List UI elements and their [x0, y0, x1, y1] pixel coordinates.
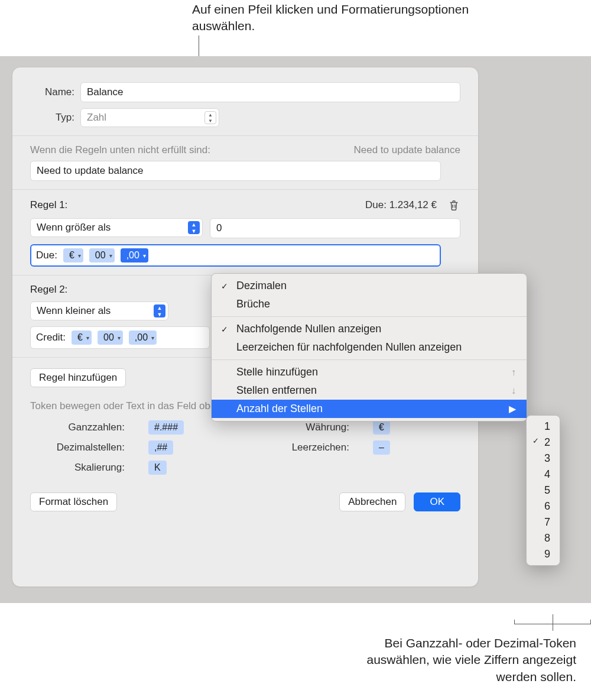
- rule2-token-row[interactable]: Credit: €▾ 00▾ ,00▾: [30, 326, 210, 349]
- menu-trailing-zeros[interactable]: ✓ Nachfolgende Nullen anzeigen: [212, 320, 527, 338]
- condition-header: Wenn die Regeln unten nicht erfüllt sind…: [30, 144, 460, 156]
- menu-separator: [212, 316, 527, 317]
- menu-remove-digit[interactable]: Stellen entfernen ↓: [212, 381, 527, 400]
- digits-5[interactable]: 5: [527, 482, 560, 498]
- digits-9[interactable]: 9: [527, 546, 560, 562]
- rule1-title: Regel 1:: [30, 199, 67, 211]
- name-label: Name:: [30, 86, 80, 98]
- annotation-top: Auf einen Pfeil klicken und Formatierung…: [192, 1, 488, 35]
- check-icon: ✓: [221, 325, 228, 334]
- integers-label: Ganzzahlen:: [30, 422, 125, 433]
- menu-spaces-trailing[interactable]: Leerzeichen für nachfolgenden Nullen anz…: [212, 338, 527, 357]
- type-label: Typ:: [30, 112, 80, 124]
- trash-icon[interactable]: [447, 198, 460, 212]
- currency-token[interactable]: €: [373, 420, 390, 435]
- rule1-token-label: Due:: [36, 249, 57, 261]
- ok-button[interactable]: OK: [414, 492, 460, 511]
- type-value: Zahl: [87, 112, 106, 124]
- rule1-value-input[interactable]: [210, 218, 460, 238]
- rule1-preview: Due: 1.234,12 €: [365, 199, 437, 211]
- integer-token[interactable]: 00▾: [98, 330, 123, 345]
- divider: [12, 189, 478, 190]
- integer-token[interactable]: 00▾: [89, 248, 115, 262]
- digits-7[interactable]: 7: [527, 514, 560, 530]
- currency-token[interactable]: €▾: [63, 248, 83, 262]
- footer: Format löschen Abbrechen OK: [30, 492, 460, 511]
- scale-token[interactable]: K: [148, 461, 167, 475]
- arrow-down-icon: ↓: [511, 385, 516, 396]
- space-label: Leerzeichen:: [243, 442, 349, 453]
- menu-num-digits[interactable]: Anzahl der Stellen ▶: [212, 400, 527, 418]
- digits-2[interactable]: ✓2: [527, 435, 560, 451]
- rule2-op-value: Wenn kleiner als: [37, 305, 111, 317]
- stepper-icon: ▲▼: [204, 111, 216, 124]
- name-input[interactable]: [80, 82, 460, 102]
- scale-label: Skalierung:: [30, 462, 125, 474]
- stepper-blue-icon: ▲▼: [188, 221, 200, 234]
- cancel-button[interactable]: Abbrechen: [339, 492, 405, 511]
- digits-1[interactable]: 1: [527, 419, 560, 435]
- decimals-label: Dezimalstellen:: [30, 442, 125, 453]
- decimal-token[interactable]: ,00▾: [129, 330, 157, 345]
- stepper-blue-icon: ▲▼: [154, 304, 165, 317]
- delete-format-button[interactable]: Format löschen: [30, 492, 117, 511]
- currency-token[interactable]: €▾: [72, 330, 92, 345]
- digits-6[interactable]: 6: [527, 498, 560, 514]
- digits-submenu[interactable]: 1 ✓2 3 4 5 6 7 8 9: [526, 415, 560, 566]
- chevron-right-icon: ▶: [509, 403, 516, 414]
- leader-tick: [514, 620, 515, 624]
- menu-decimals[interactable]: ✓ Dezimalen: [212, 277, 527, 295]
- type-select[interactable]: Zahl ▲▼: [80, 108, 219, 127]
- add-rule-button[interactable]: Regel hinzufügen: [30, 368, 126, 387]
- chevron-down-icon: ▾: [118, 335, 121, 341]
- chevron-down-icon: ▾: [109, 252, 112, 259]
- rule1-op-select[interactable]: Wenn größer als ▲▼: [30, 218, 203, 237]
- annotation-bottom: Bei Ganzzahl- oder Dezimal-Token auswähl…: [328, 635, 576, 685]
- rule2-token-label: Credit:: [36, 332, 66, 343]
- name-row: Name:: [30, 82, 460, 102]
- rule1-header: Regel 1: Due: 1.234,12 €: [30, 198, 460, 212]
- currency-label: Währung:: [243, 422, 349, 433]
- divider: [12, 135, 478, 136]
- rule2-title: Regel 2:: [30, 284, 67, 296]
- rule1-op-value: Wenn größer als: [37, 222, 111, 234]
- menu-separator: [212, 359, 527, 360]
- leader-line-bottom-v: [553, 614, 553, 631]
- digits-8[interactable]: 8: [527, 530, 560, 546]
- chevron-down-icon: ▾: [78, 252, 81, 259]
- integers-token[interactable]: #.###: [148, 420, 184, 435]
- menu-fractions[interactable]: Brüche: [212, 295, 527, 313]
- check-icon: ✓: [532, 436, 539, 445]
- decimals-token[interactable]: ,##: [148, 440, 173, 455]
- digits-4[interactable]: 4: [527, 466, 560, 482]
- condition-input[interactable]: [30, 161, 441, 181]
- condition-label: Wenn die Regeln unten nicht erfüllt sind…: [30, 144, 210, 156]
- chevron-down-icon: ▾: [151, 335, 154, 341]
- rule2-op-select[interactable]: Wenn kleiner als ▲▼: [30, 302, 168, 320]
- type-row: Typ: Zahl ▲▼: [30, 108, 460, 127]
- check-icon: ✓: [221, 281, 228, 291]
- arrow-up-icon: ↑: [511, 367, 516, 378]
- digits-3[interactable]: 3: [527, 451, 560, 466]
- format-menu[interactable]: ✓ Dezimalen Brüche ✓ Nachfolgende Nullen…: [211, 273, 527, 422]
- decimal-token[interactable]: ,00▾: [121, 248, 148, 262]
- chevron-down-icon: ▾: [86, 335, 89, 341]
- condition-preview: Need to update balance: [353, 144, 460, 156]
- space-token[interactable]: –: [373, 440, 390, 455]
- menu-add-digit[interactable]: Stelle hinzufügen ↑: [212, 363, 527, 381]
- rule1-controls: Wenn größer als ▲▼: [30, 218, 460, 238]
- chevron-down-icon: ▾: [143, 252, 146, 259]
- token-grid: Ganzzahlen: #.### Währung: € Dezimalstel…: [30, 420, 460, 475]
- rule1-token-row[interactable]: Due: €▾ 00▾ ,00▾: [30, 244, 441, 267]
